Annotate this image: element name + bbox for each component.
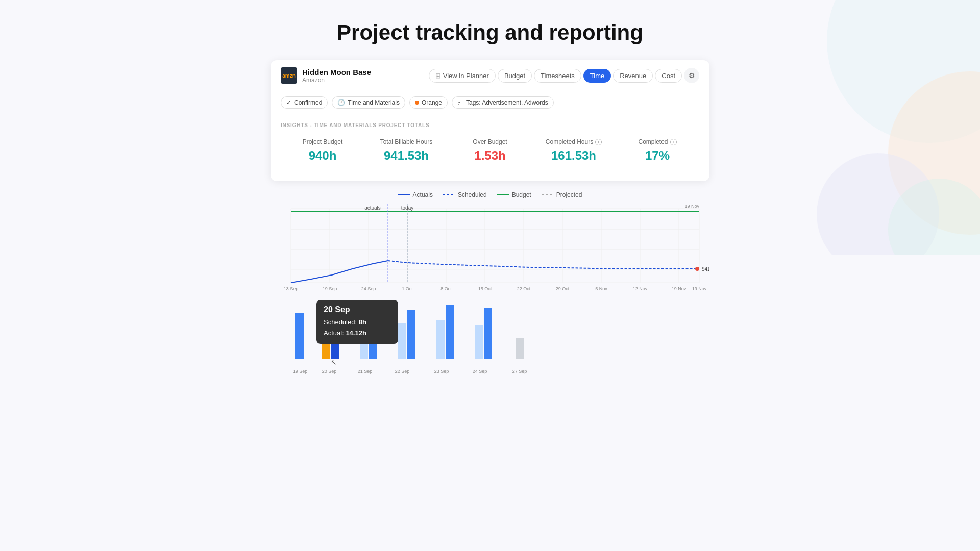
metric-completed-value: 17% (616, 148, 699, 163)
tag-icon: 🏷 (457, 99, 463, 106)
tab-cost[interactable]: Cost (655, 69, 682, 83)
filter-tags-label: Tags: Advertisement, Adwords (466, 99, 548, 106)
metric-completed-hours: Completed Hours i 161.53h (532, 138, 616, 163)
planner-icon: ⊞ (435, 72, 441, 80)
bar-19sep-actual (295, 313, 304, 359)
legend-budget: Budget (497, 191, 531, 198)
actuals-line-icon (398, 194, 410, 195)
budget-line-icon (497, 194, 509, 195)
legend-projected-label: Projected (556, 191, 582, 198)
svg-text:22 Oct: 22 Oct (517, 286, 531, 291)
line-chart-wrapper: actuals today 941.53h 13 Sep 19 Sep 24 S… (271, 204, 709, 297)
tooltip-actual: Actual: 14.12h (324, 328, 391, 339)
chart-legend: Actuals Scheduled Budget Projected (271, 191, 709, 198)
tab-budget[interactable]: Budget (498, 69, 532, 83)
filter-confirmed[interactable]: ✓ Confirmed (281, 96, 328, 109)
svg-point-26 (695, 267, 699, 271)
completed-info-icon[interactable]: i (670, 139, 677, 145)
projected-line-icon (542, 194, 554, 195)
project-client: Amazon (302, 77, 371, 84)
svg-text:23 Sep: 23 Sep (434, 369, 449, 374)
legend-actuals-label: Actuals (413, 191, 433, 198)
metric-over-budget: Over Budget 1.53h (448, 138, 532, 163)
svg-text:20 Sep: 20 Sep (322, 369, 337, 374)
svg-text:19 Sep: 19 Sep (323, 286, 337, 291)
tooltip-scheduled-value: 8h (359, 318, 366, 326)
metric-completed-label: Completed i (616, 138, 699, 145)
svg-text:19 Nov: 19 Nov (684, 204, 699, 209)
svg-text:today: today (401, 205, 413, 211)
amazon-logo: amzn (281, 67, 297, 84)
scheduled-line-icon (443, 194, 455, 195)
bar-27sep (516, 338, 524, 359)
svg-text:15 Oct: 15 Oct (478, 286, 492, 291)
metric-project-budget: Project Budget 940h (281, 138, 364, 163)
tab-planner[interactable]: ⊞ View in Planner (429, 69, 496, 83)
svg-text:29 Oct: 29 Oct (556, 286, 570, 291)
filter-time-materials-label: Time and Materials (348, 99, 400, 106)
page-title: Project tracking and reporting (337, 20, 643, 45)
bar-chart-area: 20 Sep Scheduled: 8h Actual: 14.12h 19 S… (271, 297, 709, 379)
legend-budget-label: Budget (512, 191, 531, 198)
filter-row: ✓ Confirmed 🕐 Time and Materials Orange … (271, 91, 709, 114)
bar-23sep-actual (446, 305, 454, 359)
check-icon: ✓ (286, 99, 291, 106)
tooltip-scheduled: Scheduled: 8h (324, 317, 391, 328)
settings-button[interactable]: ⚙ (684, 68, 699, 83)
tooltip-date: 20 Sep (324, 305, 391, 314)
legend-actuals: Actuals (398, 191, 433, 198)
line-chart-svg: actuals today 941.53h 13 Sep 19 Sep 24 S… (271, 204, 709, 295)
tab-revenue[interactable]: Revenue (613, 69, 653, 83)
svg-text:13 Sep: 13 Sep (284, 286, 299, 291)
svg-text:5 Nov: 5 Nov (595, 286, 607, 291)
project-details: Hidden Moon Base Amazon (302, 68, 371, 84)
svg-text:21 Sep: 21 Sep (358, 369, 373, 374)
bar-22sep-actual (407, 310, 415, 359)
svg-text:↖: ↖ (331, 358, 337, 366)
metric-total-billable: Total Billable Hours 941.53h (364, 138, 448, 163)
svg-text:8 Oct: 8 Oct (440, 286, 452, 291)
svg-text:actuals: actuals (364, 205, 381, 211)
orange-dot-icon (415, 101, 419, 105)
metric-project-budget-label: Project Budget (281, 138, 364, 145)
legend-scheduled: Scheduled (443, 191, 487, 198)
tab-timesheets[interactable]: Timesheets (534, 69, 581, 83)
tooltip: 20 Sep Scheduled: 8h Actual: 14.12h (316, 300, 398, 344)
project-info: amzn Hidden Moon Base Amazon (281, 67, 371, 84)
filter-orange[interactable]: Orange (409, 96, 448, 109)
project-name: Hidden Moon Base (302, 68, 371, 77)
svg-text:19 Nov: 19 Nov (692, 286, 707, 291)
tab-time[interactable]: Time (583, 69, 611, 83)
metric-total-billable-value: 941.53h (364, 148, 448, 163)
svg-text:24 Sep: 24 Sep (473, 369, 487, 374)
svg-text:27 Sep: 27 Sep (512, 369, 527, 374)
bar-24sep-actual (484, 308, 492, 359)
metric-project-budget-value: 940h (281, 148, 364, 163)
metric-over-budget-value: 1.53h (448, 148, 532, 163)
header-tabs: ⊞ View in Planner Budget Timesheets Time… (429, 68, 699, 83)
svg-text:12 Nov: 12 Nov (633, 286, 648, 291)
legend-projected: Projected (542, 191, 582, 198)
svg-text:22 Sep: 22 Sep (395, 369, 410, 374)
project-card: amzn Hidden Moon Base Amazon ⊞ View in P… (271, 60, 709, 181)
metric-completed-hours-value: 161.53h (532, 148, 616, 163)
filter-confirmed-label: Confirmed (294, 99, 322, 106)
filter-tags[interactable]: 🏷 Tags: Advertisement, Adwords (452, 96, 554, 109)
insights-label: INSIGHTS - TIME AND MATERIALS PROJECT TO… (281, 122, 699, 128)
completed-hours-info-icon[interactable]: i (595, 139, 602, 145)
insights-section: INSIGHTS - TIME AND MATERIALS PROJECT TO… (271, 114, 709, 171)
tooltip-actual-value: 14.12h (346, 329, 366, 337)
metric-over-budget-label: Over Budget (448, 138, 532, 145)
bar-23sep-scheduled (436, 320, 445, 359)
metric-total-billable-label: Total Billable Hours (364, 138, 448, 145)
metric-completed-hours-label: Completed Hours i (532, 138, 616, 145)
chart-container: Actuals Scheduled Budget Projected (271, 191, 709, 379)
clock-icon: 🕐 (337, 99, 345, 106)
filter-time-materials[interactable]: 🕐 Time and Materials (332, 96, 405, 109)
legend-scheduled-label: Scheduled (458, 191, 487, 198)
bar-24sep-scheduled (475, 325, 483, 359)
svg-text:19 Sep: 19 Sep (293, 369, 308, 374)
svg-text:941.53h: 941.53h (702, 266, 709, 272)
metric-completed: Completed i 17% (616, 138, 699, 163)
svg-text:1 Oct: 1 Oct (402, 286, 413, 291)
